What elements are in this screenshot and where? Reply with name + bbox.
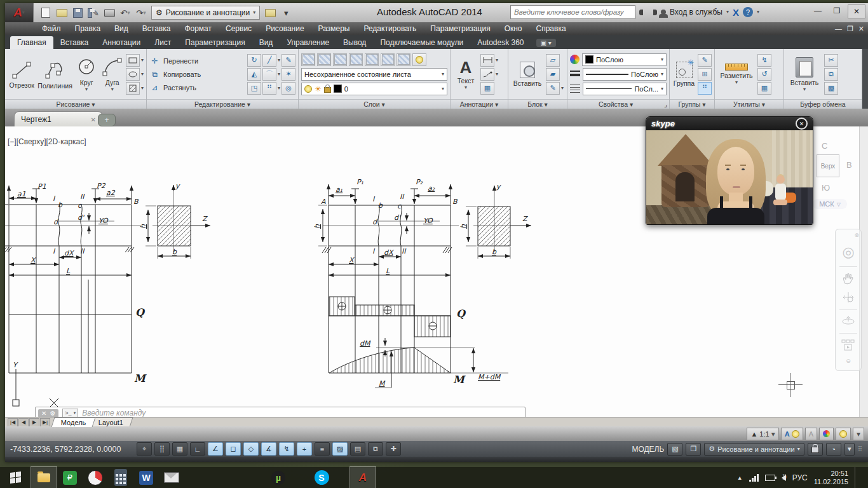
workspace-switch-button[interactable] [819,428,834,440]
chevron-down-icon[interactable]: ▾ [278,72,280,76]
chevron-down-icon[interactable]: ▾ [726,10,729,14]
taskbar-autocad[interactable]: A [349,466,376,488]
polyline-tool[interactable]: Полилиния [37,59,72,90]
doc-minimize-button[interactable]: — [835,25,842,32]
workspace-switcher[interactable]: ⚙ Рисование и аннотации ▾ [704,443,804,456]
help-button[interactable]: ? [743,7,753,17]
viewcube-wcs-dropdown[interactable]: МСК▽ [813,199,847,209]
cut-button[interactable]: ✂ [824,54,838,67]
search-binoculars-icon[interactable] [639,10,657,15]
text-tool[interactable]: А Текст▾ [453,59,478,90]
create-block-button[interactable]: ▱ [546,54,560,67]
taskbar-mail[interactable] [159,467,184,488]
viewcube-east[interactable]: В [846,160,852,170]
maximize-button[interactable]: ❐ [829,4,845,17]
calculator-button[interactable]: ▦ [757,82,771,95]
explode-tool[interactable]: ✶ [281,68,295,81]
orbit-icon[interactable] [841,316,855,327]
paste-tool[interactable]: Вставить▾ [787,57,822,92]
toggle-selection-cycling[interactable]: ⧉ [368,442,383,456]
layer-unlock-icon[interactable] [324,87,331,93]
tray-clock[interactable]: 20:51 11.02.2015 [814,470,848,486]
tab-model[interactable]: Модель [51,417,96,427]
model-view-icon[interactable]: ▧ [667,443,682,456]
tab-output[interactable]: Вывод [336,36,373,49]
application-menu-button[interactable]: A ▾ [5,3,34,22]
doc-close-button[interactable]: ✕ [858,25,864,33]
start-button[interactable] [0,467,31,488]
layer-freeze-button[interactable] [365,53,379,66]
menu-tools[interactable]: Сервис [226,24,252,33]
panel-title-block[interactable]: Блок ▾ [508,99,567,109]
undo-button[interactable]: ↶▾ [119,8,131,18]
taskbar-word[interactable]: W [133,467,159,488]
navigation-wheel-icon[interactable]: ◎ [842,244,854,261]
language-indicator[interactable]: РУС [792,473,808,482]
copy-tool[interactable]: ⧉Копировать [149,68,245,80]
layer-match-button[interactable] [397,53,410,66]
layer-bulb-button[interactable] [412,53,426,66]
wrench-icon[interactable]: ⚙ [50,410,55,417]
linetype-dropdown[interactable]: ПоСл... ▾ [583,83,667,95]
erase-tool[interactable]: ✎ [281,54,295,67]
sheet-set-button[interactable] [264,8,276,18]
chevron-down-icon[interactable]: ▾ [561,86,564,90]
menu-help[interactable]: Справка [536,24,566,33]
panel-title-annotation[interactable]: Аннотации ▾ [451,99,508,109]
layer-lock-button[interactable] [381,53,395,66]
panel-title-clipboard[interactable]: Буфер обмена [784,99,862,109]
tab-plugins[interactable]: Подключаемые модули [373,36,470,49]
tab-autodesk360[interactable]: Autodesk 360 [470,36,531,49]
doc-restore-button[interactable]: ❐ [847,25,853,33]
tab-insert[interactable]: Вставка [53,36,96,49]
circle-tool[interactable]: Круг▾ [74,57,99,92]
tab-layout1[interactable]: Layout1 [89,417,133,427]
group-selection-button[interactable]: ⠛ [698,82,712,95]
fillet-tool[interactable]: ⌒ [262,68,276,81]
command-line-grip[interactable]: ✕ ⚙ [38,409,58,417]
quick-calc-button[interactable]: ↺ [757,68,771,81]
color-wheel-icon[interactable] [570,55,580,64]
network-signal-icon[interactable] [749,474,759,482]
panel-title-layers[interactable]: Слои ▾ [299,99,450,109]
tray-expand-icon[interactable]: ▲ [737,475,743,481]
command-line[interactable]: ✕ ⚙ >_▾ Введите команду [35,407,526,417]
annotation-autoscale-button[interactable]: A [805,428,817,440]
hatch-tool[interactable] [126,82,140,95]
group-tool[interactable]: Группа [672,62,696,87]
isolate-button[interactable]: ◔ [826,443,841,456]
exchange-apps-icon[interactable]: X [733,7,739,18]
file-tab-drawing1[interactable]: Чертеж1 ✕ [14,111,103,127]
layer-dropdown[interactable]: ☀ 0 ▾ [301,83,447,95]
chevron-down-icon[interactable]: ▾ [757,10,759,14]
layer-previous-button[interactable] [349,53,363,66]
linetype-icon[interactable] [570,85,580,93]
insert-block-tool[interactable]: Вставить [511,62,544,87]
toolbar-lock-button[interactable] [808,443,823,456]
file-tab-close-icon[interactable]: ✕ [91,116,96,123]
battery-icon[interactable] [765,475,775,481]
chevron-down-icon[interactable]: ▾ [278,58,280,62]
toggle-infer-constraints[interactable]: ⌖ [137,442,152,456]
chevron-down-icon[interactable]: ▾ [141,72,144,76]
status-overflow-button[interactable]: ▾ [853,428,864,440]
menu-edit[interactable]: Правка [75,24,101,33]
save-as-button[interactable]: ✎ [88,8,99,18]
ungroup-button[interactable]: ✎ [698,54,712,67]
menu-dimension[interactable]: Размеры [318,24,350,33]
menu-format[interactable]: Формат [184,24,212,33]
viewcube-south[interactable]: Ю [822,183,830,193]
panel-title-groups[interactable]: Группы ▾ [670,99,714,109]
menu-view[interactable]: Вид [114,24,128,33]
group-edit-button[interactable]: ⊞ [698,68,712,81]
tab-view[interactable]: Вид [252,36,280,49]
open-file-button[interactable] [56,8,67,18]
taskbar-utorrent[interactable]: µ [266,467,291,488]
ribbon-display-toggle[interactable]: ▣ ▾ [536,39,556,47]
annotation-visibility-button[interactable]: A [781,428,803,440]
navbar-customize-icon[interactable]: ⊖ [846,358,851,364]
rectangle-tool[interactable] [126,54,140,67]
search-input[interactable] [510,5,635,19]
viewcube-north[interactable]: С [822,141,827,151]
panel-title-utilities[interactable]: Утилиты ▾ [715,99,783,109]
